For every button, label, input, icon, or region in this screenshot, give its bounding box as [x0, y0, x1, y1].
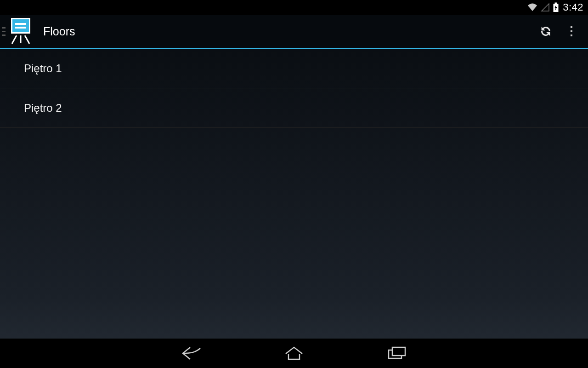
action-bar: Floors	[0, 15, 588, 48]
back-icon	[180, 345, 202, 361]
wifi-icon	[527, 3, 538, 12]
svg-rect-1	[555, 3, 557, 4]
status-clock: 3:42	[563, 1, 583, 13]
status-bar: 3:42	[0, 0, 588, 15]
svg-rect-8	[392, 347, 405, 356]
overflow-menu-button[interactable]	[559, 18, 584, 44]
svg-rect-5	[571, 26, 572, 28]
recents-icon	[387, 345, 407, 361]
floor-list: Piętro 1 Piętro 2	[0, 49, 588, 128]
list-item-label: Piętro 1	[24, 62, 62, 75]
page-title: Floors	[43, 25, 533, 38]
refresh-button[interactable]	[533, 18, 559, 44]
app-icon	[7, 17, 34, 46]
svg-line-2	[12, 35, 17, 44]
system-nav-bar	[0, 339, 588, 368]
hamburger-icon	[0, 27, 6, 36]
svg-rect-6	[571, 30, 572, 32]
list-item-label: Piętro 2	[24, 102, 62, 115]
nav-drawer-toggle[interactable]	[0, 15, 40, 48]
battery-charging-icon	[553, 2, 559, 12]
list-item[interactable]: Piętro 1	[0, 49, 588, 88]
refresh-icon	[539, 24, 553, 38]
list-item[interactable]: Piętro 2	[0, 88, 588, 128]
more-vert-icon	[566, 24, 577, 38]
svg-line-4	[25, 35, 29, 44]
home-button[interactable]	[279, 339, 309, 368]
cell-signal-icon	[541, 3, 550, 12]
home-icon	[283, 345, 305, 361]
recents-button[interactable]	[382, 339, 412, 368]
svg-rect-7	[571, 34, 572, 36]
back-button[interactable]	[176, 339, 206, 368]
